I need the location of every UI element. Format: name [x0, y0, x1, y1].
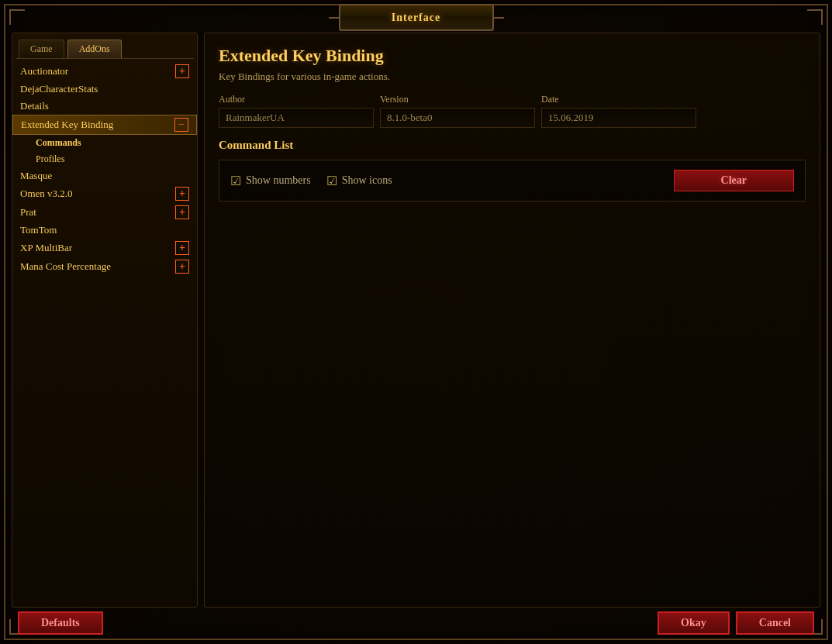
sidebar-item-label: Mana Cost Percentage	[20, 260, 111, 273]
author-group: Author	[219, 94, 374, 128]
sidebar-item-label: DejaCharacterStats	[20, 83, 98, 95]
expand-icon: +	[175, 241, 189, 255]
sidebar-item-profiles[interactable]: Profiles	[12, 151, 197, 167]
expand-icon: +	[175, 205, 189, 219]
main-content: Extended Key Binding Key Bindings for va…	[204, 33, 820, 608]
author-input[interactable]	[219, 108, 374, 128]
sidebar-item-label: Omen v3.2.0	[20, 188, 73, 200]
cancel-button[interactable]: Cancel	[736, 611, 814, 635]
show-icons-label: Show icons	[342, 174, 392, 187]
sidebar-item-details[interactable]: Details	[12, 98, 197, 115]
date-input[interactable]	[541, 108, 696, 128]
tab-addons[interactable]: AddOns	[67, 40, 122, 58]
date-group: Date	[541, 94, 696, 128]
sidebar-item-deja[interactable]: DejaCharacterStats	[12, 81, 197, 98]
okay-button[interactable]: Okay	[658, 611, 730, 635]
addon-description: Key Bindings for various in-game actions…	[219, 71, 806, 83]
sidebar-item-extended-key-binding[interactable]: Extended Key Binding −	[12, 115, 197, 135]
window-title: Interface	[392, 12, 440, 24]
sidebar-subitem-label: Profiles	[20, 153, 64, 165]
sidebar-item-auctionator[interactable]: Auctionator +	[12, 62, 197, 81]
sidebar-item-masque[interactable]: Masque	[12, 167, 197, 184]
sidebar-item-omen[interactable]: Omen v3.2.0 +	[12, 184, 197, 203]
tab-game[interactable]: Game	[19, 40, 64, 58]
expand-icon: +	[175, 64, 189, 78]
title-bar: Interface	[339, 4, 494, 31]
sidebar-list: Auctionator + DejaCharacterStats Details…	[12, 59, 197, 279]
corner-decoration-tr	[807, 9, 823, 25]
version-label: Version	[380, 94, 535, 105]
sidebar-item-label: Extended Key Binding	[21, 119, 113, 131]
checkbox-checked-icon: ☑	[230, 174, 241, 188]
sidebar: Game AddOns Auctionator + DejaCharacterS…	[12, 33, 198, 608]
version-group: Version	[380, 94, 535, 128]
bottom-right-buttons: Okay Cancel	[658, 611, 814, 635]
corner-decoration-tl	[9, 9, 25, 25]
main-window: Interface Game AddOns Auctionator + Deja…	[4, 4, 828, 640]
sidebar-item-label: Auctionator	[20, 65, 68, 77]
sidebar-item-tomtom[interactable]: TomTom	[12, 222, 197, 239]
sidebar-item-prat[interactable]: Prat +	[12, 203, 197, 222]
addon-title: Extended Key Binding	[219, 46, 806, 66]
command-list-controls: ☑ Show numbers ☑ Show icons Clear	[230, 170, 794, 191]
command-list-box: ☑ Show numbers ☑ Show icons Clear	[219, 160, 806, 201]
checkbox-checked-icon: ☑	[326, 174, 337, 188]
show-numbers-label: Show numbers	[246, 174, 311, 187]
sidebar-item-label: Prat	[20, 206, 36, 219]
author-label: Author	[219, 94, 374, 105]
sidebar-item-label: Masque	[20, 170, 52, 182]
command-list-header: Command List	[219, 139, 806, 152]
defaults-button[interactable]: Defaults	[18, 611, 103, 635]
sidebar-item-label: TomTom	[20, 224, 57, 236]
expand-icon: +	[175, 260, 189, 274]
bottom-bar: Defaults Okay Cancel	[12, 608, 820, 639]
sidebar-item-xp-multibar[interactable]: XP MultiBar +	[12, 239, 197, 257]
metadata-row: Author Version Date	[219, 94, 806, 128]
sidebar-item-mana-cost[interactable]: Mana Cost Percentage +	[12, 257, 197, 276]
date-label: Date	[541, 94, 696, 105]
sidebar-item-commands[interactable]: Commands	[12, 135, 197, 151]
sidebar-tabs: Game AddOns	[12, 33, 197, 58]
show-numbers-checkbox[interactable]: ☑ Show numbers	[230, 174, 311, 188]
collapse-icon: −	[174, 118, 188, 132]
sidebar-item-label: XP MultiBar	[20, 242, 72, 254]
version-input[interactable]	[380, 108, 535, 128]
expand-icon: +	[175, 187, 189, 201]
sidebar-item-label: Details	[20, 100, 49, 112]
sidebar-subitem-label: Commands	[20, 137, 81, 149]
clear-button[interactable]: Clear	[674, 170, 794, 191]
show-icons-checkbox[interactable]: ☑ Show icons	[326, 174, 392, 188]
